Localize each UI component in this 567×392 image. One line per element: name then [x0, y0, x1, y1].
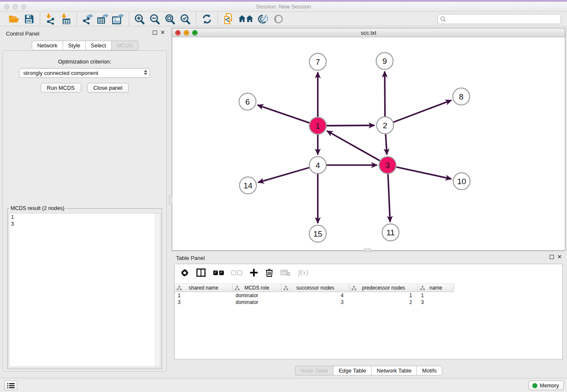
- memory-button[interactable]: Memory: [528, 381, 564, 390]
- node-label: 2: [383, 121, 388, 130]
- list-icon: [7, 383, 15, 389]
- column-header-successor-nodes[interactable]: successor nodes: [281, 284, 350, 292]
- run-mcds-button[interactable]: Run MCDS: [41, 83, 81, 93]
- node-4[interactable]: 4: [309, 157, 326, 174]
- tab-select[interactable]: Select: [85, 41, 112, 50]
- zoom-out-button[interactable]: [149, 13, 161, 25]
- edge-2-8[interactable]: [394, 100, 451, 122]
- node-2[interactable]: 2: [377, 117, 394, 134]
- search-input[interactable]: [438, 14, 561, 24]
- table-cell[interactable]: 3: [175, 299, 233, 306]
- node-15[interactable]: 15: [309, 225, 326, 242]
- edge-2-3[interactable]: [385, 134, 387, 155]
- mcds-result-scrollbar[interactable]: [155, 213, 160, 367]
- node-14[interactable]: 14: [239, 177, 256, 194]
- column-header-shared-name[interactable]: shared name: [175, 284, 233, 292]
- table-cell[interactable]: 1: [418, 292, 454, 299]
- edge-3-11[interactable]: [388, 174, 390, 222]
- mcds-result-area[interactable]: 1 3: [9, 213, 160, 367]
- toggle-bird-view-button[interactable]: [272, 13, 285, 25]
- node-1[interactable]: 1: [309, 117, 326, 134]
- import-network-button[interactable]: [44, 13, 57, 25]
- node-10[interactable]: 10: [453, 173, 470, 190]
- table-cell[interactable]: 1: [175, 292, 233, 299]
- edge-3-10[interactable]: [396, 167, 451, 179]
- unselect-all-columns-button[interactable]: [231, 271, 242, 275]
- create-column-button[interactable]: [250, 268, 258, 277]
- edge-3-1[interactable]: [327, 131, 380, 160]
- tab-node-table[interactable]: Node Table: [295, 366, 334, 375]
- table-cell[interactable]: 2: [350, 299, 418, 306]
- network-graph[interactable]: 7968124314101511: [172, 37, 565, 250]
- table-cell[interactable]: 3: [418, 299, 454, 306]
- node-8[interactable]: 8: [453, 88, 470, 105]
- task-history-button[interactable]: [4, 381, 17, 390]
- table-cell[interactable]: dominator: [233, 292, 281, 299]
- table-settings-button[interactable]: [181, 269, 189, 277]
- node-3[interactable]: 3: [379, 157, 396, 174]
- splitter-grip-vertical[interactable]: [169, 196, 172, 204]
- export-image-button[interactable]: [112, 13, 124, 25]
- close-table-panel-icon[interactable]: ✕: [557, 255, 562, 259]
- export-network-button[interactable]: [81, 13, 94, 25]
- tab-edge-table[interactable]: Edge Table: [333, 366, 372, 375]
- open-session-button[interactable]: [8, 13, 20, 25]
- refresh-view-button[interactable]: [201, 13, 213, 25]
- float-table-panel-icon[interactable]: [550, 255, 554, 259]
- two-houses-icon: [238, 14, 253, 24]
- zoom-in-icon: [134, 14, 145, 25]
- column-header-MCDS-role[interactable]: MCDS role: [233, 284, 281, 292]
- tab-style[interactable]: Style: [63, 41, 86, 50]
- table-cell[interactable]: 4: [281, 292, 350, 299]
- export-table-button[interactable]: [96, 13, 109, 25]
- checked-box-icon: [213, 271, 218, 275]
- edge-1-6[interactable]: [258, 105, 309, 123]
- import-table-button[interactable]: [60, 13, 72, 25]
- node-9[interactable]: 9: [376, 52, 393, 69]
- column-header-name[interactable]: name: [418, 284, 454, 292]
- tab-network[interactable]: Network: [32, 41, 63, 50]
- clone-network-button[interactable]: [222, 13, 235, 25]
- show-hide-graphics-details-button[interactable]: [257, 13, 270, 25]
- edge-2-9[interactable]: [385, 72, 385, 116]
- close-panel-button[interactable]: Close panel: [87, 83, 129, 93]
- network-canvas[interactable]: 7968124314101511: [172, 37, 565, 250]
- table-cell[interactable]: 3: [281, 299, 350, 306]
- node-6[interactable]: 6: [239, 93, 256, 110]
- close-panel-icon[interactable]: ✕: [160, 30, 165, 35]
- delete-table-button-disabled: [281, 269, 291, 276]
- zoom-in-button[interactable]: [133, 13, 146, 25]
- table-cell[interactable]: dominator: [233, 299, 281, 306]
- delete-column-button[interactable]: [266, 268, 273, 277]
- tab-network-table[interactable]: Network Table: [371, 366, 417, 375]
- network-frame-titlebar[interactable]: ✕ − + scc.txt: [172, 28, 565, 37]
- control-panel-tabs: NetworkStyleSelectMCDS: [2, 41, 168, 50]
- mcds-result-title: MCDS result (2 nodes): [9, 205, 66, 211]
- node-11[interactable]: 11: [382, 224, 399, 241]
- column-header-label: MCDS role: [245, 285, 270, 291]
- tab-motifs[interactable]: Motifs: [416, 366, 442, 375]
- node-label: 7: [316, 58, 320, 66]
- column-header-predecessor-nodes[interactable]: predecessor nodes: [350, 284, 418, 292]
- splitter-grip-horizontal[interactable]: [364, 248, 371, 252]
- table-cell[interactable]: 1: [350, 292, 418, 299]
- table-row[interactable]: 1dominator411: [175, 292, 454, 299]
- zoom-fit-button[interactable]: [164, 13, 176, 25]
- first-neighbors-button[interactable]: [237, 13, 254, 25]
- show-column-panel-button[interactable]: [196, 268, 206, 277]
- status-bar: Memory: [0, 378, 567, 392]
- edge-4-14[interactable]: [258, 168, 309, 182]
- node-label: 6: [245, 97, 250, 106]
- window-title: Session: New Session: [0, 3, 567, 10]
- memory-status-icon: [532, 383, 537, 388]
- float-panel-icon[interactable]: [153, 30, 157, 35]
- tab-mcds[interactable]: MCDS: [111, 41, 138, 50]
- table-row[interactable]: 3dominator323: [175, 299, 454, 306]
- select-all-columns-button[interactable]: [213, 271, 224, 275]
- save-session-button[interactable]: [23, 13, 36, 25]
- criterion-dropdown[interactable]: strongly connected component: [19, 68, 150, 78]
- zoom-selected-button[interactable]: [179, 13, 192, 25]
- memory-label: Memory: [540, 383, 559, 389]
- node-7[interactable]: 7: [309, 53, 326, 70]
- edge-1-2[interactable]: [327, 125, 374, 126]
